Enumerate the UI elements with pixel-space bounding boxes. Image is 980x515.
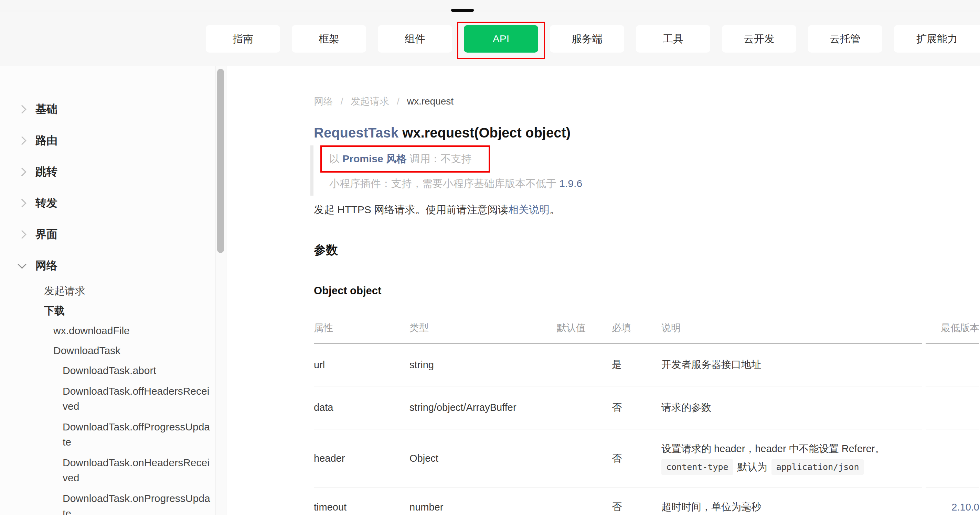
cell-default <box>557 429 612 488</box>
main-content: 网络 / 发起请求 / wx.request RequestTask wx.re… <box>314 66 980 515</box>
cell-required: 否 <box>612 488 661 515</box>
subsection-heading-object: Object object <box>314 285 381 297</box>
plugin-text: 小程序插件：支持，需要小程序基础库版本不低于 <box>329 178 559 189</box>
column-gap <box>922 344 926 386</box>
related-docs-link[interactable]: 相关说明 <box>508 204 549 215</box>
cell-desc: 超时时间，单位为毫秒 <box>661 488 922 515</box>
promise-support-line: 以 Promise 风格 调用：不支持 <box>329 153 471 164</box>
sidebar: 基础 路由 跳转 转发 界面 网络 发起请求 <box>0 66 227 515</box>
sidebar-category-navigate[interactable]: 跳转 <box>0 156 227 187</box>
nav-tab-cloud-dev[interactable]: 云开发 <box>722 25 796 52</box>
nav-tab-label: 云托管 <box>830 32 861 46</box>
intro-paragraph: 发起 HTTPS 网络请求。使用前请注意阅读相关说明。 <box>314 203 560 217</box>
sidebar-category-label: 跳转 <box>35 164 57 179</box>
nav-tab-extensions[interactable]: 扩展能力 <box>894 25 980 52</box>
top-navigation-bar: 指南 框架 组件 API 服务端 工具 云开发 云托管 扩展能力 <box>0 0 980 66</box>
nav-tab-server[interactable]: 服务端 <box>550 25 624 52</box>
breadcrumb-separator: / <box>340 96 344 106</box>
cell-version <box>926 429 979 488</box>
desc-multiline: 设置请求的 header，header 中不能设置 Referer。 conte… <box>661 442 885 475</box>
column-gap <box>922 319 926 343</box>
browser-tab-indicator <box>451 9 474 12</box>
cell-default <box>557 488 612 515</box>
cell-version <box>926 387 979 429</box>
chevron-right-icon <box>18 199 26 207</box>
sidebar-item-downloadtask-abort[interactable]: DownloadTask.abort <box>0 363 227 378</box>
table-row-data: data string/object/ArrayBuffer 否 请求的参数 <box>314 387 979 429</box>
cell-prop: url <box>314 344 409 387</box>
version-link[interactable]: 2.10.0 <box>951 502 979 513</box>
nav-tab-cloud-hosting[interactable]: 云托管 <box>808 25 882 52</box>
sidebar-item-wx-downloadfile[interactable]: wx.downloadFile <box>0 323 227 338</box>
nav-tab-label: 扩展能力 <box>916 32 958 46</box>
cell-type: Object <box>409 429 557 488</box>
plugin-version-link[interactable]: 1.9.6 <box>559 178 582 189</box>
sidebar-category-share[interactable]: 转发 <box>0 187 227 219</box>
cell-type: string <box>409 344 557 387</box>
cell-required: 否 <box>612 387 661 429</box>
sidebar-item-downloadtask-onheadersreceived[interactable]: DownloadTask.onHeadersReceived <box>0 455 227 485</box>
sidebar-item-downloadtask[interactable]: DownloadTask <box>0 343 227 358</box>
nav-tab-api-active[interactable]: API <box>464 25 538 52</box>
cell-required: 是 <box>612 344 661 387</box>
col-header-version: 最低版本 <box>926 319 979 344</box>
sidebar-item-downloadtask-onprogressupdate[interactable]: DownloadTask.onProgressUpdate <box>0 491 227 515</box>
cell-prop: data <box>314 387 409 429</box>
breadcrumb-item-network[interactable]: 网络 <box>314 96 333 106</box>
col-header-desc: 说明 <box>661 319 922 344</box>
promise-style-link[interactable]: Promise 风格 <box>342 153 407 164</box>
page: 指南 框架 组件 API 服务端 工具 云开发 云托管 扩展能力 基础 路由 <box>0 0 980 515</box>
code-chip-application-json: application/json <box>772 459 864 475</box>
requesttask-link[interactable]: RequestTask <box>314 125 398 140</box>
breadcrumb-item-current: wx.request <box>407 96 453 106</box>
promise-prefix: 以 <box>329 153 342 164</box>
params-table: 属性 类型 默认值 必填 说明 最低版本 url string 是 开发者服务器… <box>314 319 979 515</box>
sidebar-category-basic[interactable]: 基础 <box>0 93 227 125</box>
sidebar-category-network[interactable]: 网络 <box>0 250 227 281</box>
sidebar-scrollbar-track[interactable] <box>215 66 226 515</box>
sidebar-category-label: 界面 <box>35 227 57 242</box>
promise-suffix: 调用：不支持 <box>407 153 471 164</box>
nav-tab-label: 指南 <box>232 32 253 46</box>
cell-default <box>557 387 612 429</box>
chevron-down-icon <box>18 260 26 268</box>
column-gap <box>922 488 926 515</box>
cell-prop: header <box>314 429 409 488</box>
chevron-right-icon <box>18 136 26 145</box>
cell-type: string/object/ArrayBuffer <box>409 387 557 429</box>
sidebar-category-label: 转发 <box>35 196 57 211</box>
nav-tab-tools[interactable]: 工具 <box>636 25 710 52</box>
nav-tab-framework[interactable]: 框架 <box>292 25 366 52</box>
table-row-timeout: timeout number 否 超时时间，单位为毫秒 2.10.0 <box>314 488 979 515</box>
sidebar-item-downloadtask-offheadersreceived[interactable]: DownloadTask.offHeadersReceived <box>0 383 227 414</box>
cell-version: 2.10.0 <box>926 488 979 515</box>
sidebar-item-request[interactable]: 发起请求 <box>0 283 227 298</box>
breadcrumb-item-request[interactable]: 发起请求 <box>351 96 389 106</box>
table-row-header: header Object 否 设置请求的 header，header 中不能设… <box>314 429 979 488</box>
desc-line2: content-type 默认为 application/json <box>661 459 885 475</box>
col-header-type: 类型 <box>409 319 557 344</box>
table-row-url: url string 是 开发者服务器接口地址 <box>314 344 979 387</box>
sidebar-category-label: 网络 <box>35 258 57 273</box>
nav-tab-label: 云开发 <box>744 32 775 46</box>
sidebar-category-route[interactable]: 路由 <box>0 125 227 156</box>
sidebar-scrollbar-thumb[interactable] <box>217 69 224 253</box>
cell-default <box>557 344 612 387</box>
nav-tab-label: 服务端 <box>571 32 603 46</box>
nav-tab-guide[interactable]: 指南 <box>206 25 280 52</box>
sidebar-item-downloadtask-offprogressupdate[interactable]: DownloadTask.offProgressUpdate <box>0 420 227 450</box>
col-header-required: 必填 <box>612 319 661 344</box>
sidebar-item-download[interactable]: 下载 <box>0 303 227 319</box>
nav-tab-label: API <box>493 33 509 45</box>
cell-required: 否 <box>612 429 661 488</box>
sidebar-network-children: 发起请求 下载 wx.downloadFile DownloadTask Dow… <box>0 281 227 515</box>
nav-tab-label: 组件 <box>405 32 425 46</box>
nav-tab-label: 框架 <box>319 32 339 46</box>
support-blockquote: 以 Promise 风格 调用：不支持 小程序插件：支持，需要小程序基础库版本不… <box>310 146 673 196</box>
cell-version <box>926 344 979 387</box>
nav-tab-label: 工具 <box>663 32 683 46</box>
intro-end: 。 <box>549 204 560 215</box>
sidebar-category-interface[interactable]: 界面 <box>0 219 227 250</box>
col-header-prop: 属性 <box>314 319 409 344</box>
nav-tab-component[interactable]: 组件 <box>378 25 452 52</box>
